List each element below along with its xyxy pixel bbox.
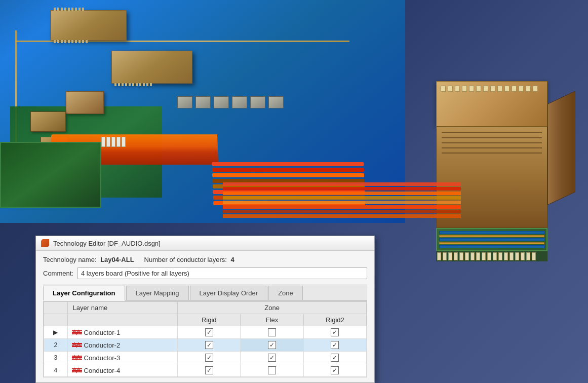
conductor-value: 4	[231, 256, 234, 263]
table-row: 3 Conductor-3 ✓ ✓ ✓	[44, 352, 367, 364]
checkbox-flex[interactable]	[241, 326, 303, 339]
ic-chip-3	[66, 91, 104, 114]
table-row: ▶ Conductor-1 ✓ ✓	[44, 326, 367, 339]
tab-layer-display-order[interactable]: Layer Display Order	[190, 286, 268, 300]
checkbox-rigid2[interactable]: ✓	[303, 364, 366, 377]
svg-marker-9	[72, 368, 82, 369]
checkbox-rigid[interactable]: ✓	[178, 339, 241, 352]
comment-row: Comment:	[43, 267, 367, 279]
svg-marker-6	[72, 356, 82, 357]
layer-name-text: Conductor-2	[84, 341, 121, 349]
green-area-bottom-left	[0, 142, 101, 208]
table-row: 4 Conductor-4 ✓ ✓	[44, 364, 367, 377]
layer-icon	[72, 329, 82, 336]
checkbox-flex[interactable]: ✓	[241, 339, 303, 352]
table-row: 2 Conductor-2 ✓ ✓ ✓	[44, 339, 367, 352]
dialog-titlebar: Technology Editor [DF_AUDIO.dsgn]	[36, 236, 374, 251]
layer-name-cell: Conductor-1	[67, 326, 178, 339]
tab-zone[interactable]: Zone	[268, 286, 303, 300]
col-empty-1	[44, 314, 68, 326]
row-indicator: 2	[44, 339, 68, 352]
tab-layer-configuration[interactable]: Layer Configuration	[43, 286, 125, 301]
comment-input[interactable]	[77, 267, 367, 279]
checkbox-rigid2[interactable]: ✓	[303, 326, 366, 339]
layer-icon	[72, 354, 82, 361]
layer-table: Layer name Zone Rigid Flex Rigid2 ▶	[43, 301, 367, 377]
component-top-face	[436, 81, 547, 127]
caps-row	[177, 96, 284, 108]
layer-name-cell: Conductor-2	[67, 339, 178, 352]
col-indicator	[44, 302, 68, 314]
checkbox-flex[interactable]: ✓	[241, 352, 303, 364]
component-bottom-connectors	[436, 228, 547, 251]
ic-chip-2	[111, 51, 192, 84]
technology-value: Lay04-ALL	[100, 256, 134, 263]
component-side-face	[547, 91, 575, 205]
layer-icon	[72, 341, 82, 349]
app-icon	[41, 239, 49, 247]
checkbox-flex[interactable]	[241, 364, 303, 377]
checkbox-rigid2[interactable]: ✓	[303, 339, 366, 352]
dialog-body: Technology name: Lay04-ALL Number of con…	[36, 251, 374, 382]
col-flex: Flex	[241, 314, 303, 326]
col-zone-header: Zone	[178, 302, 367, 314]
conductor-info: Number of conductor layers: 4	[144, 256, 234, 263]
ic-chip-4	[30, 111, 66, 132]
technology-editor-dialog: Technology Editor [DF_AUDIO.dsgn] Techno…	[35, 236, 375, 383]
row-indicator: 4	[44, 364, 68, 377]
bottom-pins	[436, 251, 547, 261]
white-connectors	[101, 137, 126, 147]
col-rigid2: Rigid2	[303, 314, 366, 326]
col-empty-2	[67, 314, 178, 326]
comment-label: Comment:	[43, 270, 73, 277]
technology-label: Technology name: Lay04-ALL	[43, 256, 134, 263]
layer-name-text: Conductor-3	[84, 354, 121, 362]
checkbox-rigid2[interactable]: ✓	[303, 352, 366, 364]
checkbox-rigid[interactable]: ✓	[178, 352, 241, 364]
layer-name-cell: Conductor-4	[67, 364, 178, 377]
dialog-title: Technology Editor [DF_AUDIO.dsgn]	[53, 240, 161, 247]
tabs-bar: Layer Configuration Layer Mapping Layer …	[43, 284, 367, 301]
info-row: Technology name: Lay04-ALL Number of con…	[43, 256, 367, 263]
svg-marker-3	[72, 343, 82, 344]
layer-name-text: Conductor-1	[84, 329, 121, 336]
layer-name-text: Conductor-4	[84, 367, 121, 374]
tab-layer-mapping[interactable]: Layer Mapping	[126, 286, 189, 300]
col-layer-name: Layer name	[67, 302, 178, 314]
3d-component-right	[436, 81, 547, 274]
checkbox-rigid[interactable]: ✓	[178, 364, 241, 377]
row-indicator: ▶	[44, 326, 68, 339]
row-indicator: 3	[44, 352, 68, 364]
layer-name-cell: Conductor-3	[67, 352, 178, 364]
layer-icon	[72, 367, 82, 374]
svg-marker-0	[72, 330, 82, 331]
ribbon-cable-right	[223, 182, 461, 223]
checkbox-rigid[interactable]: ✓	[178, 326, 241, 339]
ic-chip-1	[51, 10, 127, 41]
col-rigid: Rigid	[178, 314, 241, 326]
